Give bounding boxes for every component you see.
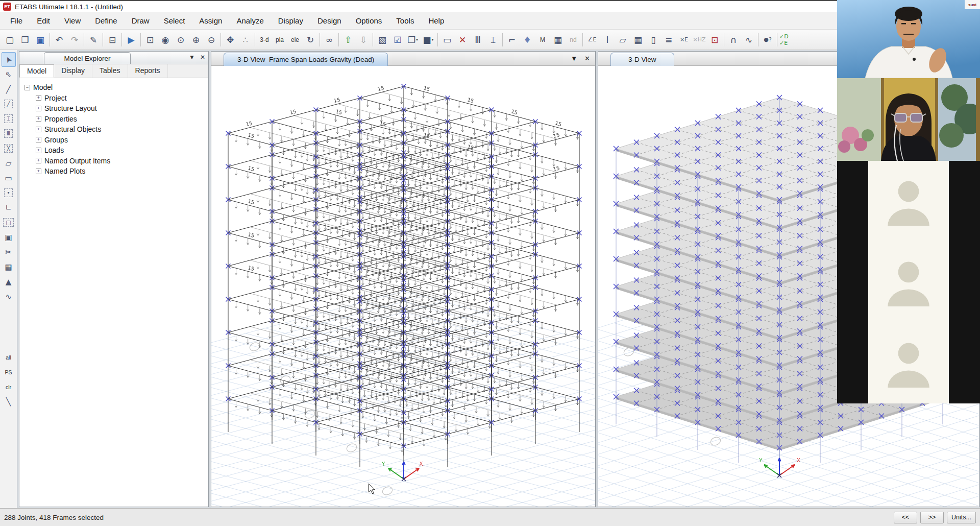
undo-icon[interactable]: ↶ — [52, 32, 67, 47]
auto-select-hz-icon[interactable]: ×HZ — [692, 32, 707, 47]
rubber-band-zoom-icon[interactable]: ⊡ — [142, 32, 158, 47]
lock-model-icon[interactable]: ⊟ — [105, 32, 120, 47]
explorer-menu-caret-icon[interactable]: ▼ — [189, 54, 195, 61]
zoom-out-icon[interactable]: ⊖ — [204, 32, 219, 47]
expand-icon[interactable]: + — [36, 127, 41, 132]
menu-tools[interactable]: Tools — [389, 13, 421, 28]
restore-full-view-icon[interactable]: ◉ — [158, 32, 173, 47]
menu-help[interactable]: Help — [421, 13, 451, 28]
menu-draw[interactable]: Draw — [125, 13, 157, 28]
previous-selection-button[interactable]: PS — [2, 365, 16, 379]
reshape-object-icon[interactable]: ⇖ — [2, 67, 16, 82]
quick-draw-beam-icon[interactable]: ⌶ — [2, 111, 16, 126]
time-history-icon[interactable]: ∿ — [741, 32, 756, 47]
menu-options[interactable]: Options — [349, 13, 389, 28]
menu-analyze[interactable]: Analyze — [229, 13, 271, 28]
expand-icon[interactable]: + — [36, 106, 41, 111]
design-checks-icon[interactable]: ✓D ✓E — [779, 32, 794, 47]
menu-view[interactable]: View — [57, 13, 88, 28]
slab-section-icon[interactable]: ▱ — [615, 32, 630, 47]
draw-line-icon[interactable]: ╱ — [2, 82, 16, 97]
shaded-view-icon[interactable]: ■▾ — [421, 32, 436, 47]
rotate-view-icon[interactable]: ↻ — [303, 32, 318, 47]
collapse-icon[interactable]: − — [24, 85, 30, 90]
edit-mesh-icon[interactable]: ▦ — [2, 259, 16, 274]
explorer-close-icon[interactable]: ✕ — [200, 54, 205, 61]
cut-section-icon[interactable]: ✂ — [2, 245, 16, 259]
braces-icon[interactable]: ≡ — [661, 32, 676, 47]
open-model-icon[interactable]: ❒ — [17, 32, 33, 47]
object-view-options-icon-dropdown[interactable]: ▾ — [416, 37, 418, 42]
menu-display[interactable]: Display — [271, 13, 310, 28]
explorer-tab-model[interactable]: Model — [19, 64, 54, 78]
draw-beams-icon[interactable]: ⌶ — [485, 32, 501, 47]
explorer-tab-reports[interactable]: Reports — [128, 64, 168, 78]
auto-select-e-icon[interactable]: ×E — [676, 32, 692, 47]
joint-assign-icon[interactable]: ⊡ — [707, 32, 722, 47]
select-all-button[interactable]: all — [2, 350, 16, 365]
model-explorer-tab[interactable]: Model Explorer — [44, 52, 131, 64]
view1-close-icon[interactable]: ✕ — [584, 55, 590, 62]
quick-draw-column-icon[interactable]: Ⅲ — [2, 126, 16, 141]
tree-node-groups[interactable]: +Groups — [24, 135, 208, 146]
edit-pencil-icon[interactable]: ✎ — [86, 32, 101, 47]
moment-diagram-icon[interactable]: M — [535, 32, 550, 47]
units-button[interactable]: Units... — [947, 512, 976, 523]
extrude-icon[interactable]: ▲ — [2, 274, 16, 289]
response-curve-icon[interactable]: ∩ — [726, 32, 741, 47]
tree-node-root[interactable]: −Model — [24, 82, 208, 93]
help-sphere-icon[interactable]: ●? — [760, 32, 775, 47]
expand-icon[interactable]: + — [36, 148, 41, 153]
select-check-icon[interactable]: ☑ — [390, 32, 405, 47]
panel-zone-icon[interactable]: ▦ — [550, 32, 566, 47]
tree-node-project[interactable]: +Project — [24, 93, 208, 104]
clear-selection-button[interactable]: clr — [2, 379, 16, 394]
menu-file[interactable]: File — [3, 13, 30, 28]
menu-design[interactable]: Design — [310, 13, 349, 28]
redo-icon[interactable]: ↷ — [67, 32, 82, 47]
view-elevation-button[interactable]: ele — [287, 32, 303, 47]
new-model-icon[interactable]: ▢ — [2, 32, 17, 47]
step-back-button[interactable]: << — [894, 512, 917, 523]
zoom-in-icon[interactable]: ⊕ — [188, 32, 204, 47]
webcam-presenter-male[interactable]: suvi — [837, 0, 980, 78]
move-up-story-icon[interactable]: ⇧ — [340, 32, 356, 47]
save-model-icon[interactable]: ▣ — [33, 32, 48, 47]
view-plan-button[interactable]: pla — [272, 32, 287, 47]
expand-icon[interactable]: + — [36, 95, 41, 101]
step-forward-button[interactable]: >> — [920, 512, 944, 523]
quick-draw-brace-icon[interactable]: ╳ — [2, 141, 16, 156]
select-pointer-icon[interactable]: ➤ — [2, 52, 16, 67]
menu-select[interactable]: Select — [157, 13, 192, 28]
walk-through-icon[interactable]: ∴ — [238, 32, 253, 47]
webcam-presenter-female[interactable] — [837, 78, 980, 161]
tree-node-structural-objects[interactable]: +Structural Objects — [24, 124, 208, 135]
view-3d-button[interactable]: 3-d — [257, 32, 272, 47]
shaded-view-icon-dropdown[interactable]: ▾ — [432, 37, 434, 42]
draw-rect-area-icon[interactable]: ▭ — [2, 171, 16, 185]
tree-node-properties[interactable]: +Properties — [24, 114, 208, 125]
deck-section-icon[interactable]: ▦ — [630, 32, 646, 47]
plot-function-icon[interactable]: ∠E — [584, 32, 600, 47]
expand-icon[interactable]: + — [36, 169, 41, 174]
tree-node-loads[interactable]: +Loads — [24, 145, 208, 156]
quick-draw-area-icon[interactable]: • — [2, 185, 16, 200]
deselect-lines-icon[interactable]: ╲ — [2, 394, 16, 409]
nd-load-icon[interactable]: nd — [566, 32, 581, 47]
tree-node-named-output-items[interactable]: +Named Output Items — [24, 156, 208, 166]
tree-node-named-plots[interactable]: +Named Plots — [24, 166, 208, 177]
explorer-tab-display[interactable]: Display — [54, 64, 92, 78]
select-window-icon[interactable]: ▧ — [375, 32, 390, 47]
menu-assign[interactable]: Assign — [192, 13, 229, 28]
steel-section-icon[interactable]: I — [600, 32, 615, 47]
point-load-icon[interactable]: ♦ — [520, 32, 535, 47]
run-analysis-icon[interactable]: ▶ — [124, 32, 139, 47]
expand-icon[interactable]: + — [36, 137, 41, 142]
view1-title-tab[interactable]: 3-D View Frame Span Loads Gravity (Dead) — [224, 53, 388, 66]
menu-define[interactable]: Define — [88, 13, 124, 28]
expand-icon[interactable]: + — [36, 116, 41, 122]
draw-floor-icon[interactable]: ▱ — [2, 156, 16, 171]
quick-draw-wall-icon[interactable]: ▢ — [2, 215, 16, 230]
view2-title-tab[interactable]: 3-D View — [610, 53, 674, 66]
draw-grid-icon[interactable]: ▭ — [439, 32, 455, 47]
